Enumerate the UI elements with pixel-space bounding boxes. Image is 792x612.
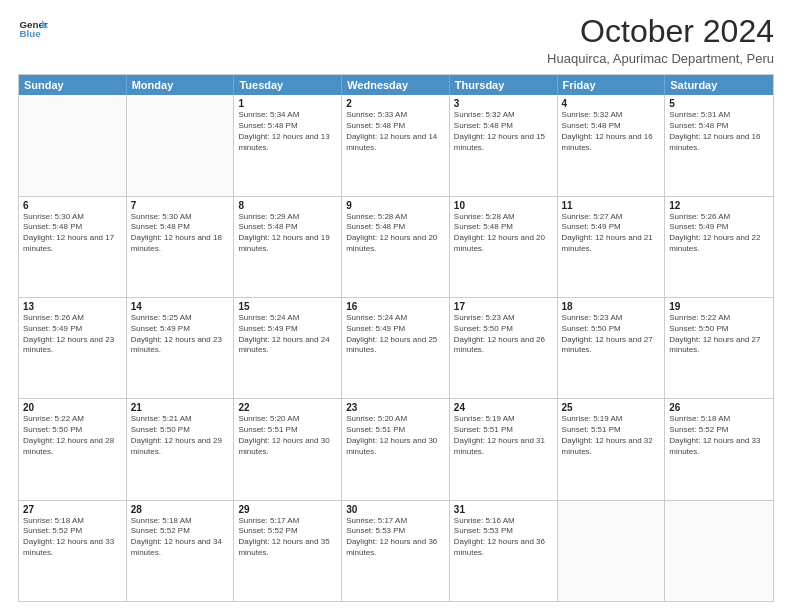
- calendar-cell: [665, 501, 773, 601]
- calendar-cell: 15Sunrise: 5:24 AM Sunset: 5:49 PM Dayli…: [234, 298, 342, 398]
- calendar-cell: 13Sunrise: 5:26 AM Sunset: 5:49 PM Dayli…: [19, 298, 127, 398]
- calendar-cell: 25Sunrise: 5:19 AM Sunset: 5:51 PM Dayli…: [558, 399, 666, 499]
- calendar-cell: 7Sunrise: 5:30 AM Sunset: 5:48 PM Daylig…: [127, 197, 235, 297]
- logo: General Blue: [18, 14, 48, 44]
- title-block: October 2024 Huaquirca, Apurimac Departm…: [547, 14, 774, 66]
- svg-text:Blue: Blue: [20, 28, 42, 39]
- calendar-cell: 12Sunrise: 5:26 AM Sunset: 5:49 PM Dayli…: [665, 197, 773, 297]
- cell-day-number: 27: [23, 504, 122, 515]
- header-saturday: Saturday: [665, 75, 773, 95]
- cell-info: Sunrise: 5:30 AM Sunset: 5:48 PM Dayligh…: [131, 212, 230, 255]
- cell-day-number: 4: [562, 98, 661, 109]
- cell-day-number: 1: [238, 98, 337, 109]
- calendar-cell: 1Sunrise: 5:34 AM Sunset: 5:48 PM Daylig…: [234, 95, 342, 195]
- cell-day-number: 3: [454, 98, 553, 109]
- calendar-cell: 23Sunrise: 5:20 AM Sunset: 5:51 PM Dayli…: [342, 399, 450, 499]
- cell-info: Sunrise: 5:29 AM Sunset: 5:48 PM Dayligh…: [238, 212, 337, 255]
- cell-day-number: 20: [23, 402, 122, 413]
- calendar-cell: 14Sunrise: 5:25 AM Sunset: 5:49 PM Dayli…: [127, 298, 235, 398]
- calendar-row-2: 6Sunrise: 5:30 AM Sunset: 5:48 PM Daylig…: [19, 197, 773, 298]
- cell-info: Sunrise: 5:22 AM Sunset: 5:50 PM Dayligh…: [23, 414, 122, 457]
- cell-day-number: 2: [346, 98, 445, 109]
- calendar-cell: 18Sunrise: 5:23 AM Sunset: 5:50 PM Dayli…: [558, 298, 666, 398]
- cell-info: Sunrise: 5:20 AM Sunset: 5:51 PM Dayligh…: [346, 414, 445, 457]
- calendar-cell: 8Sunrise: 5:29 AM Sunset: 5:48 PM Daylig…: [234, 197, 342, 297]
- cell-info: Sunrise: 5:23 AM Sunset: 5:50 PM Dayligh…: [562, 313, 661, 356]
- page-header: General Blue October 2024 Huaquirca, Apu…: [18, 14, 774, 66]
- calendar-cell: 6Sunrise: 5:30 AM Sunset: 5:48 PM Daylig…: [19, 197, 127, 297]
- calendar-cell: 19Sunrise: 5:22 AM Sunset: 5:50 PM Dayli…: [665, 298, 773, 398]
- header-monday: Monday: [127, 75, 235, 95]
- cell-day-number: 26: [669, 402, 769, 413]
- calendar-cell: 16Sunrise: 5:24 AM Sunset: 5:49 PM Dayli…: [342, 298, 450, 398]
- cell-day-number: 22: [238, 402, 337, 413]
- cell-info: Sunrise: 5:26 AM Sunset: 5:49 PM Dayligh…: [23, 313, 122, 356]
- calendar-cell: 5Sunrise: 5:31 AM Sunset: 5:48 PM Daylig…: [665, 95, 773, 195]
- calendar-row-5: 27Sunrise: 5:18 AM Sunset: 5:52 PM Dayli…: [19, 501, 773, 601]
- calendar-body: 1Sunrise: 5:34 AM Sunset: 5:48 PM Daylig…: [19, 95, 773, 601]
- cell-info: Sunrise: 5:26 AM Sunset: 5:49 PM Dayligh…: [669, 212, 769, 255]
- header-sunday: Sunday: [19, 75, 127, 95]
- calendar-cell: 11Sunrise: 5:27 AM Sunset: 5:49 PM Dayli…: [558, 197, 666, 297]
- calendar-cell: 17Sunrise: 5:23 AM Sunset: 5:50 PM Dayli…: [450, 298, 558, 398]
- cell-info: Sunrise: 5:32 AM Sunset: 5:48 PM Dayligh…: [454, 110, 553, 153]
- calendar-cell: 4Sunrise: 5:32 AM Sunset: 5:48 PM Daylig…: [558, 95, 666, 195]
- cell-info: Sunrise: 5:33 AM Sunset: 5:48 PM Dayligh…: [346, 110, 445, 153]
- calendar-header: Sunday Monday Tuesday Wednesday Thursday…: [19, 75, 773, 95]
- cell-info: Sunrise: 5:31 AM Sunset: 5:48 PM Dayligh…: [669, 110, 769, 153]
- header-wednesday: Wednesday: [342, 75, 450, 95]
- cell-info: Sunrise: 5:18 AM Sunset: 5:52 PM Dayligh…: [669, 414, 769, 457]
- cell-day-number: 9: [346, 200, 445, 211]
- cell-day-number: 16: [346, 301, 445, 312]
- cell-day-number: 14: [131, 301, 230, 312]
- cell-info: Sunrise: 5:24 AM Sunset: 5:49 PM Dayligh…: [346, 313, 445, 356]
- cell-info: Sunrise: 5:20 AM Sunset: 5:51 PM Dayligh…: [238, 414, 337, 457]
- cell-day-number: 18: [562, 301, 661, 312]
- cell-info: Sunrise: 5:34 AM Sunset: 5:48 PM Dayligh…: [238, 110, 337, 153]
- calendar-cell: 29Sunrise: 5:17 AM Sunset: 5:52 PM Dayli…: [234, 501, 342, 601]
- cell-info: Sunrise: 5:19 AM Sunset: 5:51 PM Dayligh…: [562, 414, 661, 457]
- cell-day-number: 24: [454, 402, 553, 413]
- calendar-cell: 20Sunrise: 5:22 AM Sunset: 5:50 PM Dayli…: [19, 399, 127, 499]
- cell-day-number: 7: [131, 200, 230, 211]
- cell-day-number: 19: [669, 301, 769, 312]
- cell-day-number: 5: [669, 98, 769, 109]
- cell-info: Sunrise: 5:28 AM Sunset: 5:48 PM Dayligh…: [454, 212, 553, 255]
- calendar-cell: 26Sunrise: 5:18 AM Sunset: 5:52 PM Dayli…: [665, 399, 773, 499]
- main-title: October 2024: [547, 14, 774, 49]
- header-friday: Friday: [558, 75, 666, 95]
- calendar-cell: 10Sunrise: 5:28 AM Sunset: 5:48 PM Dayli…: [450, 197, 558, 297]
- calendar-cell: 30Sunrise: 5:17 AM Sunset: 5:53 PM Dayli…: [342, 501, 450, 601]
- calendar-cell: [19, 95, 127, 195]
- cell-day-number: 29: [238, 504, 337, 515]
- cell-day-number: 31: [454, 504, 553, 515]
- calendar-row-3: 13Sunrise: 5:26 AM Sunset: 5:49 PM Dayli…: [19, 298, 773, 399]
- cell-day-number: 25: [562, 402, 661, 413]
- calendar-row-4: 20Sunrise: 5:22 AM Sunset: 5:50 PM Dayli…: [19, 399, 773, 500]
- calendar-cell: 28Sunrise: 5:18 AM Sunset: 5:52 PM Dayli…: [127, 501, 235, 601]
- header-tuesday: Tuesday: [234, 75, 342, 95]
- cell-info: Sunrise: 5:22 AM Sunset: 5:50 PM Dayligh…: [669, 313, 769, 356]
- cell-day-number: 6: [23, 200, 122, 211]
- cell-day-number: 12: [669, 200, 769, 211]
- cell-info: Sunrise: 5:28 AM Sunset: 5:48 PM Dayligh…: [346, 212, 445, 255]
- cell-info: Sunrise: 5:24 AM Sunset: 5:49 PM Dayligh…: [238, 313, 337, 356]
- cell-info: Sunrise: 5:18 AM Sunset: 5:52 PM Dayligh…: [23, 516, 122, 559]
- header-thursday: Thursday: [450, 75, 558, 95]
- cell-info: Sunrise: 5:32 AM Sunset: 5:48 PM Dayligh…: [562, 110, 661, 153]
- calendar-cell: [127, 95, 235, 195]
- cell-day-number: 23: [346, 402, 445, 413]
- logo-icon: General Blue: [18, 14, 48, 44]
- cell-info: Sunrise: 5:27 AM Sunset: 5:49 PM Dayligh…: [562, 212, 661, 255]
- calendar-cell: 9Sunrise: 5:28 AM Sunset: 5:48 PM Daylig…: [342, 197, 450, 297]
- cell-day-number: 8: [238, 200, 337, 211]
- calendar-cell: 24Sunrise: 5:19 AM Sunset: 5:51 PM Dayli…: [450, 399, 558, 499]
- calendar-cell: 21Sunrise: 5:21 AM Sunset: 5:50 PM Dayli…: [127, 399, 235, 499]
- cell-day-number: 11: [562, 200, 661, 211]
- calendar-row-1: 1Sunrise: 5:34 AM Sunset: 5:48 PM Daylig…: [19, 95, 773, 196]
- cell-info: Sunrise: 5:19 AM Sunset: 5:51 PM Dayligh…: [454, 414, 553, 457]
- calendar-cell: 3Sunrise: 5:32 AM Sunset: 5:48 PM Daylig…: [450, 95, 558, 195]
- cell-day-number: 30: [346, 504, 445, 515]
- cell-day-number: 13: [23, 301, 122, 312]
- calendar-cell: 31Sunrise: 5:16 AM Sunset: 5:53 PM Dayli…: [450, 501, 558, 601]
